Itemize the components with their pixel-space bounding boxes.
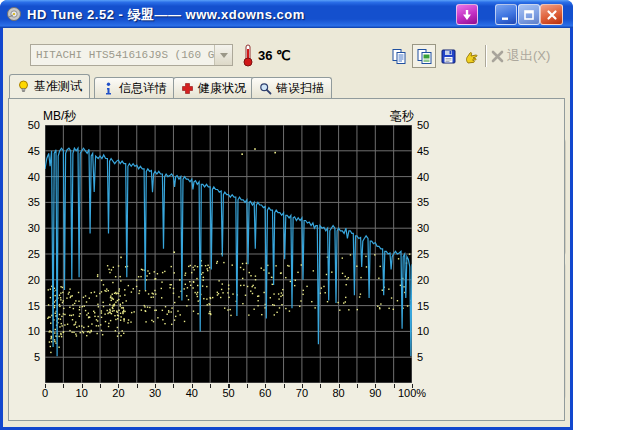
desktop: HD Tune 2.52 - 绿盟—— www.xdowns.com [0, 0, 640, 431]
toolbar-separator [485, 45, 487, 67]
y-tick-label: 5 [417, 351, 423, 363]
x-tick-label: 80 [322, 387, 356, 399]
y-tick-label: 30 [417, 222, 429, 234]
y-tick-label: 25 [417, 248, 429, 260]
options-button[interactable] [459, 44, 483, 68]
x-tick-label: 100% [395, 387, 429, 399]
y-tick-label: 15 [417, 300, 429, 312]
copy-icon [391, 48, 408, 65]
drive-select[interactable]: HITACHI HTS541616J9S (160 GB) [30, 44, 233, 66]
benchmark-panel: MB/秒 毫秒 5045403530252015105 504540353025… [8, 98, 565, 421]
copy-screenshot-button[interactable] [412, 44, 436, 68]
y-tick-label: 25 [28, 248, 40, 260]
x-tick-label: 40 [175, 387, 209, 399]
right-axis-tick-labels: 5045403530252015105 [415, 125, 447, 383]
x-tick-label: 0 [28, 387, 62, 399]
x-axis-tick-labels: 0102030405060708090100% [45, 387, 425, 401]
health-cross-icon [181, 82, 194, 95]
y-tick-label: 10 [28, 325, 40, 337]
x-tick-label: 70 [285, 387, 319, 399]
info-icon [102, 82, 115, 95]
left-axis-tick-labels: 5045403530252015105 [13, 125, 42, 383]
left-axis-title: MB/秒 [43, 108, 76, 125]
titlebar[interactable]: HD Tune 2.52 - 绿盟—— www.xdowns.com [0, 0, 573, 28]
tab-health-label: 健康状况 [198, 80, 246, 97]
client-area: HITACHI HTS541616J9S (160 GB) 36 ℃ [3, 28, 570, 427]
copy-image-icon [416, 48, 433, 65]
y-tick-label: 50 [28, 119, 40, 131]
y-tick-label: 40 [28, 171, 40, 183]
hd-tune-app-icon [6, 6, 22, 22]
lightbulb-icon [17, 80, 30, 93]
tab-benchmark-label: 基准测试 [34, 78, 82, 95]
close-button[interactable] [540, 4, 563, 25]
download-button[interactable] [456, 4, 478, 25]
y-tick-label: 50 [417, 119, 429, 131]
y-tick-label: 35 [417, 196, 429, 208]
save-button[interactable] [436, 44, 460, 68]
y-tick-label: 10 [417, 325, 429, 337]
copy-button[interactable] [387, 44, 411, 68]
tab-benchmark[interactable]: 基准测试 [9, 74, 90, 98]
y-tick-label: 40 [417, 171, 429, 183]
y-tick-label: 5 [34, 351, 40, 363]
minimize-icon [500, 9, 512, 21]
exit-button[interactable]: 退出(X) [491, 47, 550, 65]
y-tick-label: 35 [28, 196, 40, 208]
x-tick-label: 20 [101, 387, 135, 399]
x-tick-label: 50 [212, 387, 246, 399]
save-icon [440, 48, 457, 65]
maximize-button[interactable] [518, 4, 540, 25]
x-tick-label: 30 [138, 387, 172, 399]
x-tick-label: 10 [65, 387, 99, 399]
maximize-icon [523, 9, 535, 21]
thermometer-icon [241, 43, 255, 67]
x-tick-label: 90 [358, 387, 392, 399]
y-tick-label: 30 [28, 222, 40, 234]
close-icon [546, 9, 558, 21]
hd-tune-window: HD Tune 2.52 - 绿盟—— www.xdowns.com [0, 0, 573, 430]
tab-info-label: 信息详情 [119, 80, 167, 97]
y-tick-label: 20 [28, 274, 40, 286]
exit-icon [491, 50, 504, 63]
dropdown-arrow-icon [214, 45, 232, 65]
window-title: HD Tune 2.52 - 绿盟—— www.xdowns.com [27, 6, 305, 24]
minimize-button[interactable] [495, 4, 517, 25]
drive-select-value: HITACHI HTS541616J9S (160 GB) [31, 49, 214, 61]
y-tick-label: 45 [28, 145, 40, 157]
y-tick-label: 45 [417, 145, 429, 157]
magnifier-icon [259, 82, 272, 95]
right-axis-title: 毫秒 [390, 108, 414, 125]
down-arrow-icon [461, 9, 473, 21]
tab-error-scan-label: 错误扫描 [276, 80, 324, 97]
tab-error-scan[interactable]: 错误扫描 [251, 77, 332, 98]
y-tick-label: 20 [417, 274, 429, 286]
tab-health[interactable]: 健康状况 [173, 77, 254, 98]
tab-info[interactable]: 信息详情 [94, 77, 175, 98]
x-tick-label: 60 [248, 387, 282, 399]
y-tick-label: 15 [28, 300, 40, 312]
options-icon [463, 48, 480, 65]
exit-label: 退出(X) [507, 47, 550, 65]
temperature-readout: 36 ℃ [258, 48, 291, 63]
benchmark-chart [45, 125, 412, 383]
